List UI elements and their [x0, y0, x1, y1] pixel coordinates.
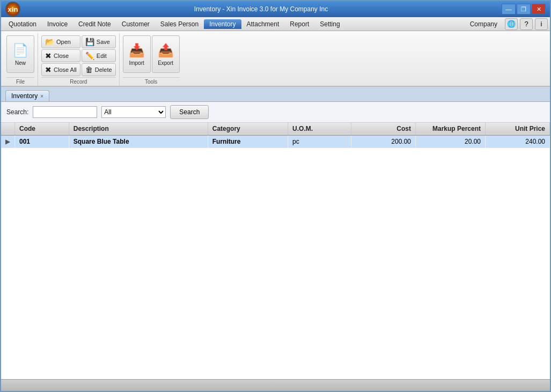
col-markup: Markup Percent — [416, 123, 486, 135]
globe-icon-btn[interactable]: 🌐 — [505, 18, 518, 30]
save-label: Save — [97, 39, 110, 45]
new-icon: 📄 — [12, 43, 28, 58]
close-all-button[interactable]: ✖ Close All — [41, 63, 80, 76]
window-controls: — ❐ ✕ — [502, 4, 546, 14]
cell-cost: 200.00 — [351, 135, 416, 148]
ribbon: 📄 New File 📂 Open ✖ Close — [1, 31, 550, 87]
search-dropdown[interactable]: All Code Description Category — [101, 106, 166, 118]
tools-group-label: Tools — [123, 77, 180, 86]
main-area: Inventory × Search: All Code Description… — [1, 87, 550, 379]
search-label: Search: — [6, 108, 28, 116]
header-row: Code Description Category U.O.M. Cost Ma… — [1, 123, 550, 135]
save-button[interactable]: 💾 Save — [82, 35, 116, 48]
data-grid: Code Description Category U.O.M. Cost Ma… — [1, 123, 550, 148]
tab-area: Inventory × — [1, 87, 550, 102]
title-bar: xin Inventory - Xin Invoice 3.0 for My C… — [1, 1, 550, 17]
file-group-label: File — [6, 77, 34, 86]
ribbon-col-left: 📂 Open ✖ Close ✖ Close All — [41, 35, 80, 76]
delete-icon: 🗑 — [85, 65, 93, 74]
export-icon: 📤 — [158, 43, 174, 58]
delete-button[interactable]: 🗑 Delete — [82, 63, 116, 76]
ribbon-file-buttons: 📄 New — [6, 34, 34, 74]
ribbon-record-group: 📂 Open ✖ Close ✖ Close All 💾 S — [38, 33, 120, 86]
grid-container: Code Description Category U.O.M. Cost Ma… — [1, 123, 550, 379]
menu-invoice[interactable]: Invoice — [42, 19, 73, 29]
help-icon-btn[interactable]: ? — [520, 18, 533, 30]
menu-credit-note[interactable]: Credit Note — [73, 19, 116, 29]
open-icon: 📂 — [45, 38, 54, 46]
ribbon-file-group: 📄 New File — [3, 33, 38, 86]
tab-close-icon[interactable]: × — [40, 93, 43, 99]
open-button[interactable]: 📂 Open — [41, 35, 80, 48]
menu-sales-person[interactable]: Sales Person — [155, 19, 204, 29]
menu-attachment[interactable]: Attachment — [241, 19, 285, 29]
export-button[interactable]: 📤 Export — [152, 35, 180, 73]
search-input[interactable] — [33, 106, 97, 118]
menu-right: Company 🌐 ? i — [465, 18, 548, 30]
edit-icon: ✏️ — [85, 51, 94, 60]
menu-report[interactable]: Report — [284, 19, 314, 29]
menu-quotation[interactable]: Quotation — [3, 19, 42, 29]
col-cost: Cost — [351, 123, 416, 135]
import-button[interactable]: 📥 Import — [123, 35, 151, 73]
search-button[interactable]: Search — [170, 105, 209, 119]
info-icon-btn[interactable]: i — [535, 18, 548, 30]
new-button[interactable]: 📄 New — [6, 35, 34, 73]
cell-category: Furniture — [208, 135, 288, 148]
close-icon: ✖ — [45, 51, 52, 60]
col-arrow — [1, 123, 15, 135]
menu-company[interactable]: Company — [465, 19, 503, 29]
edit-label: Edit — [97, 53, 107, 59]
table-row[interactable]: ▶ 001 Square Blue Table Furniture pc 200… — [1, 135, 550, 148]
menu-setting[interactable]: Setting — [314, 19, 345, 29]
ribbon-record-buttons: 📂 Open ✖ Close ✖ Close All 💾 S — [41, 34, 116, 77]
edit-button[interactable]: ✏️ Edit — [82, 49, 116, 62]
new-label: New — [15, 60, 26, 66]
close-button[interactable]: ✕ — [532, 4, 546, 14]
col-uom: U.O.M. — [288, 123, 351, 135]
col-description: Description — [69, 123, 208, 135]
save-icon: 💾 — [85, 38, 94, 46]
delete-label: Delete — [95, 66, 112, 73]
inventory-tab[interactable]: Inventory × — [5, 90, 49, 101]
menu-inventory[interactable]: Inventory — [204, 19, 241, 29]
export-label: Export — [158, 60, 173, 66]
cell-description: Square Blue Table — [69, 135, 208, 148]
cell-uom: pc — [288, 135, 351, 148]
cell-markup: 20.00 — [416, 135, 486, 148]
close-all-icon: ✖ — [45, 65, 52, 74]
status-bar — [1, 379, 550, 391]
ribbon-tools-buttons: 📥 Import 📤 Export — [123, 34, 180, 74]
app-logo: xin — [5, 2, 20, 17]
window-title: Inventory - Xin Invoice 3.0 for My Compa… — [20, 5, 502, 13]
maximize-button[interactable]: ❐ — [517, 4, 531, 14]
cell-unit-price: 240.00 — [486, 135, 550, 148]
grid-header: Code Description Category U.O.M. Cost Ma… — [1, 123, 550, 135]
col-unit-price: Unit Price — [486, 123, 550, 135]
ribbon-tools-group: 📥 Import 📤 Export Tools — [120, 33, 183, 86]
cell-code: 001 — [15, 135, 69, 148]
close-button[interactable]: ✖ Close — [41, 49, 80, 62]
menu-customer[interactable]: Customer — [116, 19, 155, 29]
import-label: Import — [129, 60, 144, 66]
ribbon-col-right: 💾 Save ✏️ Edit 🗑 Delete — [82, 35, 116, 76]
grid-body: ▶ 001 Square Blue Table Furniture pc 200… — [1, 135, 550, 148]
record-group-label: Record — [41, 77, 116, 86]
close-all-label: Close All — [54, 66, 77, 73]
close-label: Close — [54, 53, 69, 59]
minimize-button[interactable]: — — [502, 4, 516, 14]
menu-bar: Quotation Invoice Credit Note Customer S… — [1, 17, 550, 31]
search-bar: Search: All Code Description Category Se… — [1, 102, 550, 123]
cell-arrow: ▶ — [1, 135, 15, 148]
import-icon: 📥 — [129, 43, 145, 58]
app-container: xin Inventory - Xin Invoice 3.0 for My C… — [0, 0, 551, 392]
col-category: Category — [208, 123, 288, 135]
col-code: Code — [15, 123, 69, 135]
tab-label: Inventory — [11, 92, 38, 100]
open-label: Open — [56, 39, 71, 45]
